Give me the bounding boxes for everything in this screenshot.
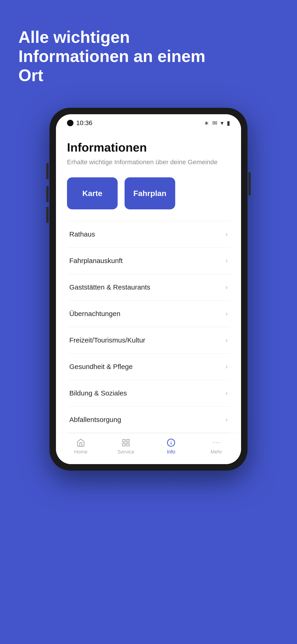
- dots-icon: [212, 438, 220, 447]
- info-circle-icon: [167, 438, 176, 447]
- nav-info-label: Info: [167, 449, 176, 455]
- nav-mehr-label: Mehr: [210, 449, 222, 455]
- rathaus-chevron: ›: [226, 230, 228, 238]
- app-content: Informationen Erhalte wichtige Informati…: [56, 129, 241, 433]
- page-subtitle: Erhalte wichtige Informationen über dein…: [67, 158, 230, 166]
- bluetooth-icon: ∗: [204, 120, 209, 127]
- battery-icon: ▮: [227, 120, 230, 127]
- list-item-rathaus-label: Rathaus: [69, 230, 95, 238]
- phone-shell: 10:36 ∗ ✉ ▾ ▮ Informationen Erhalte wich…: [50, 108, 248, 470]
- list-item-abfall-label: Abfallentsorgung: [69, 416, 121, 424]
- nav-home-label: Home: [74, 449, 88, 455]
- gesundheit-chevron: ›: [226, 363, 228, 370]
- nav-home[interactable]: Home: [67, 438, 95, 455]
- svg-rect-3: [127, 444, 129, 446]
- abfall-chevron: ›: [226, 416, 228, 423]
- svg-rect-1: [127, 440, 129, 442]
- bottom-nav: Home Service Info: [56, 433, 241, 464]
- gaststaetten-chevron: ›: [226, 284, 228, 291]
- list-item-gesundheit[interactable]: Gesundheit & Pflege ›: [67, 354, 230, 380]
- list-item-gaststaetten[interactable]: Gaststätten & Restaurants ›: [67, 274, 230, 300]
- list-item-freizeit[interactable]: Freizeit/Tourismus/Kultur ›: [67, 327, 230, 354]
- time-display: 10:36: [76, 119, 92, 127]
- list-item-bildung[interactable]: Bildung & Soziales ›: [67, 380, 230, 406]
- uebernachtungen-chevron: ›: [226, 310, 228, 318]
- nav-info[interactable]: Info: [157, 438, 185, 455]
- status-time-container: 10:36: [67, 119, 92, 127]
- phone-screen: 10:36 ∗ ✉ ▾ ▮ Informationen Erhalte wich…: [56, 114, 241, 464]
- karte-button[interactable]: Karte: [67, 177, 118, 209]
- nav-service[interactable]: Service: [112, 438, 140, 455]
- info-list: Rathaus › Fahrplanauskunft › Gaststätten…: [67, 221, 230, 433]
- status-icons: ∗ ✉ ▾ ▮: [204, 120, 230, 127]
- list-item-fahrplanauskunft-label: Fahrplanauskunft: [69, 257, 123, 265]
- list-item-gesundheit-label: Gesundheit & Pflege: [69, 363, 132, 370]
- fahrplanauskunft-chevron: ›: [226, 257, 228, 264]
- svg-point-8: [216, 442, 217, 443]
- list-item-freizeit-label: Freizeit/Tourismus/Kultur: [69, 336, 145, 344]
- wifi-icon: ▾: [220, 120, 224, 127]
- list-item-uebernachtungen-label: Übernachtungen: [69, 310, 120, 318]
- bildung-chevron: ›: [226, 390, 228, 397]
- list-item-bildung-label: Bildung & Soziales: [69, 389, 127, 397]
- status-bar: 10:36 ∗ ✉ ▾ ▮: [56, 114, 241, 129]
- svg-rect-2: [123, 444, 125, 446]
- hero-text: Alle wichtigen Informationen an einem Or…: [18, 28, 207, 85]
- list-item-rathaus[interactable]: Rathaus ›: [67, 221, 230, 248]
- page-title: Informationen: [67, 140, 230, 154]
- front-camera: [67, 120, 74, 126]
- bell-off-icon: ✉: [212, 120, 217, 127]
- list-item-abfall[interactable]: Abfallentsorgung ›: [67, 406, 230, 433]
- list-item-gaststaetten-label: Gaststätten & Restaurants: [69, 283, 150, 291]
- quick-actions: Karte Fahrplan: [67, 177, 230, 209]
- nav-service-label: Service: [118, 449, 134, 455]
- fahrplan-button[interactable]: Fahrplan: [124, 177, 175, 209]
- nav-mehr[interactable]: Mehr: [202, 438, 230, 455]
- svg-rect-0: [123, 440, 125, 442]
- grid-icon: [122, 438, 130, 447]
- svg-point-9: [218, 442, 219, 443]
- freizeit-chevron: ›: [226, 336, 228, 344]
- list-item-uebernachtungen[interactable]: Übernachtungen ›: [67, 300, 230, 327]
- list-item-fahrplanauskunft[interactable]: Fahrplanauskunft ›: [67, 248, 230, 274]
- svg-point-7: [213, 442, 214, 443]
- home-icon: [76, 438, 85, 447]
